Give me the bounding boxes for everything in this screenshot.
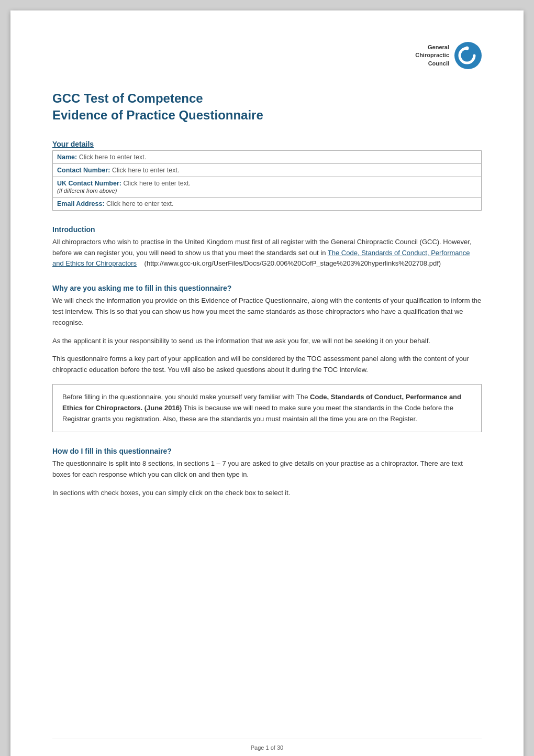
intro-link-display: (http://www.gcc-uk.org/UserFiles/Docs/G2… (144, 259, 441, 267)
details-table: Name: Click here to enter text. Contact … (52, 150, 482, 211)
footer-current-page: 1 (266, 744, 269, 751)
logo-line2: Chiropractic (415, 52, 449, 58)
why-asking-p2: As the applicant it is your responsibili… (52, 336, 482, 347)
logo-line1: General (428, 44, 449, 50)
introduction-section: Introduction All chiropractors who wish … (52, 225, 482, 269)
title-line1: GCC Test of Competence (52, 90, 482, 107)
callout-text-before: Before filling in the questionnaire, you… (62, 393, 310, 401)
logo-container: General Chiropractic Council (415, 42, 482, 69)
how-to-fill-section: How do I fill in this questionnaire? The… (52, 447, 482, 498)
logo-text: General Chiropractic Council (415, 43, 449, 68)
name-label: Name: (57, 154, 77, 161)
footer-total-pages: 30 (277, 744, 283, 751)
table-row: UK Contact Number: Click here to enter t… (53, 177, 482, 197)
svg-point-1 (465, 47, 469, 50)
how-to-fill-p1: The questionnaire is split into 8 sectio… (52, 458, 482, 480)
email-field[interactable]: Email Address: Click here to enter text. (53, 197, 482, 210)
your-details-section: Your details Name: Click here to enter t… (52, 140, 482, 211)
why-asking-heading: Why are you asking me to fill in this qu… (52, 284, 482, 292)
page-footer: Page 1 of 30 (52, 739, 482, 751)
contact-label: Contact Number: (57, 167, 110, 174)
callout-bold-date: . (June 2016) (141, 404, 182, 412)
contact-placeholder: Click here to enter text. (112, 167, 180, 174)
header: General Chiropractic Council (52, 42, 482, 69)
why-asking-p3: This questionnaire forms a key part of y… (52, 354, 482, 376)
page-container: General Chiropractic Council GCC Test of… (10, 10, 524, 756)
table-row: Email Address: Click here to enter text. (53, 197, 482, 210)
introduction-heading: Introduction (52, 225, 482, 234)
why-asking-p1: We will check the information you provid… (52, 295, 482, 328)
footer-page-label: Page (251, 744, 264, 751)
name-placeholder: Click here to enter text. (79, 154, 147, 161)
contact-field[interactable]: Contact Number: Click here to enter text… (53, 163, 482, 177)
your-details-heading: Your details (52, 140, 482, 148)
name-field[interactable]: Name: Click here to enter text. (53, 150, 482, 163)
why-asking-section: Why are you asking me to fill in this qu… (52, 284, 482, 376)
uk-contact-field[interactable]: UK Contact Number: Click here to enter t… (53, 177, 482, 197)
gcc-logo-icon (454, 42, 482, 69)
table-row: Name: Click here to enter text. (53, 150, 482, 163)
email-placeholder: Click here to enter text. (106, 200, 174, 207)
uk-contact-label: UK Contact Number: (57, 180, 121, 187)
how-to-fill-p2: In sections with check boxes, you can si… (52, 488, 482, 499)
uk-contact-placeholder: Click here to enter text. (123, 180, 191, 187)
introduction-paragraph: All chiropractors who wish to practise i… (52, 237, 482, 269)
page-title: GCC Test of Competence Evidence of Pract… (52, 90, 482, 124)
email-label: Email Address: (57, 200, 105, 207)
footer-of-label: of (271, 744, 275, 751)
callout-box: Before filling in the questionnaire, you… (52, 384, 482, 432)
how-to-fill-heading: How do I fill in this questionnaire? (52, 447, 482, 455)
title-line2: Evidence of Practice Questionnaire (52, 107, 482, 124)
logo-line3: Council (428, 60, 449, 67)
table-row: Contact Number: Click here to enter text… (53, 163, 482, 177)
uk-contact-sublabel: (If different from above) (57, 188, 117, 194)
